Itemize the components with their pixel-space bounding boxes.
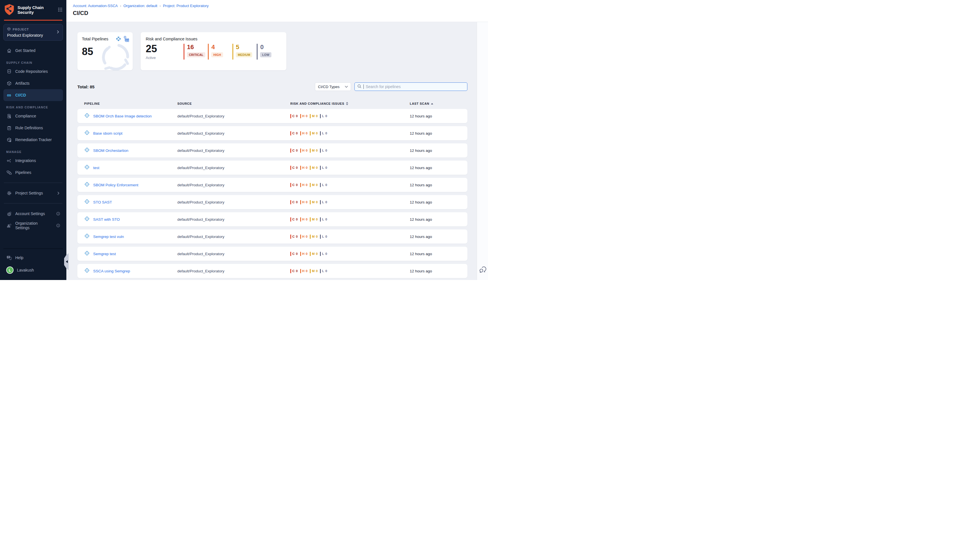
table-row[interactable]: SAST with STO default/Product_Explorator… — [77, 212, 467, 227]
severity-low-summary: 0 LOW — [257, 44, 279, 60]
table-row[interactable]: SSCA using Semgrep default/Product_Explo… — [77, 264, 467, 278]
support-chat-icon[interactable] — [479, 266, 486, 274]
sidebar-item-label: Get Started — [15, 48, 35, 53]
critical-count-chip: C0 — [290, 217, 298, 222]
sidebar-item-rule-definitions[interactable]: Rule Definitions — [3, 122, 63, 134]
last-scan: 12 hours ago — [410, 131, 467, 135]
shield-logo-icon — [4, 4, 15, 17]
table-row[interactable]: STO SAST default/Product_Exploratory C0 … — [77, 195, 467, 209]
pipeline-diamond-icon — [84, 233, 90, 240]
cicd-types-dropdown[interactable]: CI/CD Types — [315, 82, 351, 91]
sidebar-item-artifacts[interactable]: Artifacts — [3, 77, 63, 89]
medium-count-chip: M0 — [310, 166, 318, 170]
info-icon[interactable] — [56, 223, 60, 228]
high-count: 4 — [211, 44, 230, 50]
low-count-chip: L0 — [320, 217, 327, 222]
pipeline-name-link[interactable]: Semgrep test vuln — [93, 235, 124, 239]
low-count-chip: L0 — [320, 166, 327, 170]
sidebar-item-label: CI/CD — [15, 93, 26, 97]
pipeline-source: default/Product_Exploratory — [177, 166, 290, 170]
clipboard-check-icon — [6, 126, 12, 130]
high-badge: HIGH — [211, 52, 223, 57]
sidebar-item-cicd[interactable]: ∞ CI/CD — [3, 89, 63, 101]
medium-count-chip: M0 — [310, 114, 318, 118]
sidebar-item-account-settings[interactable]: Account Settings — [3, 208, 63, 220]
medium-count-chip: M0 — [310, 148, 318, 153]
pipeline-diamond-icon — [84, 268, 90, 274]
breadcrumb-account-link[interactable]: Account: Automation-SSCA — [73, 4, 118, 8]
risk-issue-counts: C0 H0 M0 L0 — [290, 252, 410, 256]
column-header-risk-issues[interactable]: RISK AND COMPLIANCE ISSUES — [290, 102, 410, 105]
pipeline-name-link[interactable]: SBOM Policy Enforcement — [93, 183, 138, 187]
pipeline-source: default/Product_Exploratory — [177, 200, 290, 204]
organization-settings-icon — [6, 223, 12, 228]
low-count-chip: L0 — [320, 131, 327, 135]
table-row[interactable]: SBOM Policy Enforcement default/Product_… — [77, 178, 467, 192]
severity-critical-summary: 16 CRITICAL — [184, 44, 205, 60]
high-count-chip: H0 — [300, 183, 308, 187]
sidebar-item-pipelines[interactable]: Pipelines — [3, 167, 63, 178]
breadcrumb-organization-link[interactable]: Organization: default — [123, 4, 157, 8]
last-scan: 12 hours ago — [410, 200, 467, 204]
pipeline-name-link[interactable]: SBOM Orch Base Image detection — [93, 114, 152, 118]
table-header: PIPELINE SOURCE RISK AND COMPLIANCE ISSU… — [77, 102, 467, 105]
project-selector[interactable]: PROJECT Product Exploratory — [3, 24, 63, 41]
risk-issue-counts: C0 H0 M0 L0 — [290, 200, 410, 204]
info-icon[interactable] — [56, 212, 60, 216]
pipeline-name-link[interactable]: STO SAST — [93, 200, 112, 204]
sidebar-item-compliance[interactable]: Compliance — [3, 110, 63, 122]
pipelines-flow-icon — [6, 170, 12, 175]
sidebar-item-remediation-tracker[interactable]: Remediation Tracker — [3, 134, 63, 146]
pipeline-diamond-icon — [84, 147, 90, 154]
column-header-last-scan[interactable]: LAST SCAN — [410, 102, 467, 105]
risk-issue-counts: C0 H0 M0 L0 — [290, 269, 410, 273]
table-row[interactable]: Semgrep test vuln default/Product_Explor… — [77, 230, 467, 243]
sidebar-item-help[interactable]: ? Help — [3, 252, 63, 263]
low-count-chip: L0 — [320, 269, 327, 273]
table-row[interactable]: test default/Product_Exploratory C0 H0 M… — [77, 161, 467, 175]
gear-icon — [6, 191, 12, 196]
critical-count: 16 — [187, 44, 205, 50]
table-row[interactable]: Semgrep test default/Product_Exploratory… — [77, 247, 467, 261]
critical-count-chip: C0 — [290, 235, 298, 239]
sidebar-item-label: Organization Settings — [15, 221, 53, 230]
pipeline-name-link[interactable]: Semgrep test — [93, 252, 116, 256]
table-row[interactable]: SBOM Orchestartion default/Product_Explo… — [77, 143, 467, 158]
sidebar-item-label: Artifacts — [15, 81, 30, 85]
risk-card-title: Risk and Compliance Issues — [146, 37, 281, 41]
risk-issue-counts: C0 H0 M0 L0 — [290, 148, 410, 153]
sidebar-footer: ? Help L Lavakush — [3, 248, 63, 280]
pipeline-name-link[interactable]: Base sbom script — [93, 131, 123, 135]
sidebar-item-integrations[interactable]: Integrations — [3, 155, 63, 167]
sidebar-item-get-started[interactable]: Get Started — [3, 45, 63, 57]
pipeline-source: default/Product_Exploratory — [177, 217, 290, 222]
risk-issue-counts: C0 H0 M0 L0 — [290, 166, 410, 170]
sidebar-item-organization-settings[interactable]: Organization Settings — [3, 220, 63, 232]
medium-count-chip: M0 — [310, 269, 318, 273]
breadcrumb-project-link[interactable]: Project: Product Exploratory — [163, 4, 209, 8]
pipeline-name-link[interactable]: test — [93, 166, 99, 170]
sidebar-item-code-repositories[interactable]: Code Repositories — [3, 65, 63, 77]
sidebar-item-project-settings[interactable]: Project Settings — [3, 187, 63, 199]
section-supply-chain: SUPPLY CHAIN — [6, 61, 63, 64]
critical-count-chip: C0 — [290, 114, 298, 118]
low-badge: LOW — [260, 52, 271, 57]
last-scan: 12 hours ago — [410, 114, 467, 118]
table-row[interactable]: SBOM Orch Base Image detection default/P… — [77, 109, 467, 123]
app-switcher-grid-icon[interactable] — [58, 7, 62, 13]
search-input[interactable] — [366, 84, 465, 89]
high-count-chip: H0 — [300, 217, 308, 222]
pipeline-source: default/Product_Exploratory — [177, 269, 290, 273]
pipeline-name-link[interactable]: SBOM Orchestartion — [93, 148, 128, 153]
critical-badge: CRITICAL — [187, 52, 205, 57]
pipeline-name-link[interactable]: SSCA using Semgrep — [93, 269, 130, 273]
text-cursor — [364, 84, 364, 89]
user-menu[interactable]: L Lavakush — [3, 263, 63, 277]
critical-count-chip: C0 — [290, 269, 298, 273]
table-row[interactable]: Base sbom script default/Product_Explora… — [77, 126, 467, 140]
divider — [4, 203, 62, 203]
risk-issue-counts: C0 H0 M0 L0 — [290, 183, 410, 187]
section-risk-and-compliance: RISK AND COMPLIANCE — [6, 105, 63, 109]
sidebar-item-label: Compliance — [15, 114, 36, 118]
pipeline-name-link[interactable]: SAST with STO — [93, 217, 120, 222]
